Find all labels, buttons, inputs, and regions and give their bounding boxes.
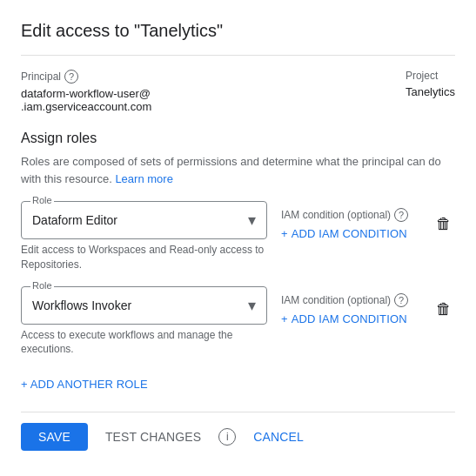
role-right-2: IAM condition (optional) ? + ADD IAM CON… (281, 286, 455, 325)
role-row-1: Role Dataform Editor ▾ Edit access to Wo… (21, 201, 455, 272)
assign-roles-desc: Roles are composed of sets of permission… (21, 153, 455, 187)
role-select-1[interactable]: Dataform Editor ▾ (32, 205, 256, 231)
principal-block: Principal ? dataform-workflow-user@ .iam… (21, 70, 151, 113)
role-left-1: Role Dataform Editor ▾ Edit access to Wo… (21, 201, 267, 272)
role-hint-1: Edit access to Workspaces and Read-only … (21, 243, 267, 272)
principal-help-icon[interactable]: ? (64, 70, 78, 84)
role-row-2: Role Workflows Invoker ▾ Access to execu… (21, 286, 455, 358)
role-left-2: Role Workflows Invoker ▾ Access to execu… (21, 286, 267, 358)
principal-label: Principal ? (21, 70, 151, 84)
assign-roles-title: Assign roles (21, 131, 455, 146)
role-value-2: Workflows Invoker (32, 298, 131, 312)
iam-help-icon-1[interactable]: ? (394, 208, 408, 222)
plus-icon-1: + (281, 227, 288, 240)
footer: SAVE TEST CHANGES i CANCEL (21, 412, 455, 465)
iam-condition-section-2: IAM condition (optional) ? + ADD IAM CON… (281, 293, 426, 325)
iam-condition-section-1: IAM condition (optional) ? + ADD IAM CON… (281, 208, 426, 240)
delete-role-icon-1[interactable]: 🗑 (432, 208, 455, 240)
cancel-button[interactable]: CANCEL (243, 423, 314, 451)
principal-value-line2: .iam.gserviceaccount.com (21, 100, 151, 113)
learn-more-link[interactable]: Learn more (115, 172, 172, 185)
role-dropdown-2[interactable]: Role Workflows Invoker ▾ (21, 286, 267, 325)
principal-section: Principal ? dataform-workflow-user@ .iam… (21, 70, 455, 113)
principal-value-line1: dataform-workflow-user@ (21, 87, 151, 100)
add-another-role-button[interactable]: + ADD ANOTHER ROLE (21, 371, 148, 398)
role-field-label-1: Role (30, 195, 54, 205)
role-hint-2: Access to execute workflows and manage t… (21, 328, 267, 358)
project-value: Tanelytics (406, 85, 455, 98)
save-button[interactable]: SAVE (21, 423, 88, 451)
add-iam-label-1: ADD IAM CONDITION (292, 227, 407, 240)
iam-help-icon-2[interactable]: ? (394, 293, 408, 307)
iam-condition-label-1: IAM condition (optional) ? (281, 208, 426, 222)
info-icon[interactable]: i (218, 428, 236, 446)
add-iam-label-2: ADD IAM CONDITION (292, 312, 407, 325)
test-changes-button[interactable]: TEST CHANGES (95, 423, 211, 451)
add-iam-button-2[interactable]: + ADD IAM CONDITION (281, 312, 407, 325)
project-label: Project (406, 70, 455, 82)
plus-icon-2: + (281, 312, 288, 325)
role-dropdown-1[interactable]: Role Dataform Editor ▾ (21, 201, 267, 239)
chevron-down-icon-1: ▾ (248, 211, 256, 230)
project-block: Project Tanelytics (406, 70, 455, 98)
dialog-title: Edit access to "Tanelytics" (21, 21, 455, 56)
edit-access-dialog: Edit access to "Tanelytics" Principal ? … (0, 0, 476, 465)
role-right-1: IAM condition (optional) ? + ADD IAM CON… (281, 201, 455, 240)
role-select-2[interactable]: Workflows Invoker ▾ (32, 291, 256, 317)
delete-role-icon-2[interactable]: 🗑 (432, 293, 455, 325)
role-value-1: Dataform Editor (32, 213, 117, 227)
iam-condition-label-2: IAM condition (optional) ? (281, 293, 426, 307)
add-iam-button-1[interactable]: + ADD IAM CONDITION (281, 227, 407, 240)
role-field-label-2: Role (30, 280, 54, 291)
chevron-down-icon-2: ▾ (248, 296, 256, 315)
